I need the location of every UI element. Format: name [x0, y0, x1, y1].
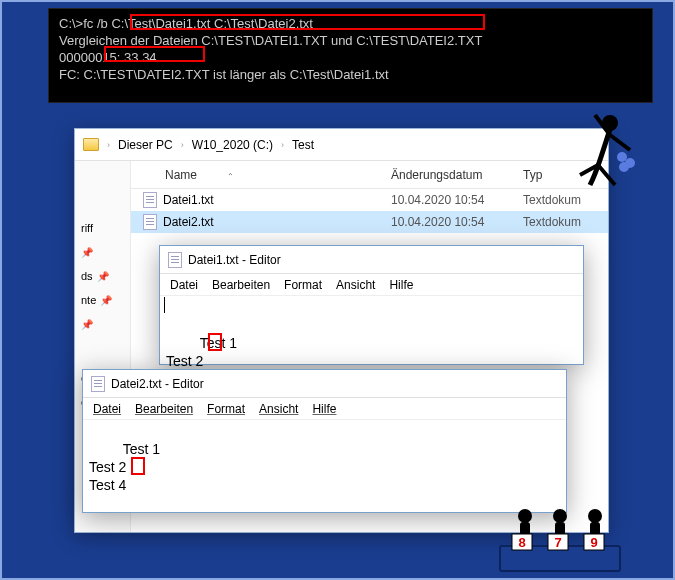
file-name: Datei1.txt	[163, 193, 214, 207]
menubar: Datei Bearbeiten Format Ansicht Hilfe	[160, 274, 583, 296]
highlight-box-char3	[208, 333, 222, 351]
svg-point-7	[553, 509, 567, 523]
file-name: Datei2.txt	[163, 215, 214, 229]
breadcrumb-bar: › Dieser PC › W10_2020 (C:) › Test	[75, 129, 608, 161]
breadcrumb-folder[interactable]: Test	[292, 138, 314, 152]
column-name[interactable]: Name⌃	[131, 168, 391, 182]
pin-icon: 📌	[81, 247, 93, 258]
sidebar-label: nte	[81, 294, 96, 306]
pin-icon: 📌	[100, 295, 112, 306]
score-9: 9	[590, 535, 597, 550]
svg-point-1	[617, 152, 627, 162]
term-output-3: FC: C:\TEST\DATEI2.TXT ist länger als C:…	[59, 66, 642, 83]
svg-point-5	[518, 509, 532, 523]
chevron-right-icon: ›	[107, 140, 110, 150]
svg-point-9	[588, 509, 602, 523]
file-date: 10.04.2020 10:54	[391, 193, 523, 207]
menu-format[interactable]: Format	[207, 402, 245, 416]
highlight-box-char4	[131, 457, 145, 475]
menu-help[interactable]: Hilfe	[389, 278, 413, 292]
menubar: Datei Bearbeiten Format Ansicht Hilfe	[83, 398, 566, 420]
file-row[interactable]: Datei1.txt 10.04.2020 10:54 Textdokum	[131, 189, 608, 211]
window-title: Datei2.txt - Editor	[111, 377, 204, 391]
sidebar-item[interactable]: 📌	[75, 312, 130, 336]
notepad-window-datei2[interactable]: Datei2.txt - Editor Datei Bearbeiten For…	[82, 369, 567, 513]
svg-point-3	[619, 162, 629, 172]
sidebar-item[interactable]: ds📌	[75, 264, 130, 288]
chevron-right-icon: ›	[181, 140, 184, 150]
folder-icon	[83, 138, 99, 151]
menu-format[interactable]: Format	[284, 278, 322, 292]
menu-edit[interactable]: Bearbeiten	[135, 402, 193, 416]
document-icon	[168, 252, 182, 268]
score-7: 7	[554, 535, 561, 550]
titlebar[interactable]: Datei1.txt - Editor	[160, 246, 583, 274]
text-caret	[164, 297, 165, 313]
window-title: Datei1.txt - Editor	[188, 253, 281, 267]
textfile-icon	[143, 192, 157, 208]
titlebar[interactable]: Datei2.txt - Editor	[83, 370, 566, 398]
notepad-window-datei1[interactable]: Datei1.txt - Editor Datei Bearbeiten For…	[159, 245, 584, 365]
column-label: Name	[165, 168, 197, 182]
highlight-box-command	[130, 14, 485, 30]
file-date: 10.04.2020 10:54	[391, 215, 523, 229]
column-date[interactable]: Änderungsdatum	[391, 168, 523, 182]
cmd-window: C:\>fc /b C:\Test\Datei1.txt C:\Test\Dat…	[48, 8, 653, 103]
menu-file[interactable]: Datei	[93, 402, 121, 416]
text-content: Test 1 Test 2 Test 4	[89, 441, 160, 493]
pin-icon: 📌	[81, 319, 93, 330]
sidebar-label: ds	[81, 270, 93, 282]
column-headers: Name⌃ Änderungsdatum Typ	[131, 161, 608, 189]
menu-view[interactable]: Ansicht	[336, 278, 375, 292]
menu-edit[interactable]: Bearbeiten	[212, 278, 270, 292]
document-icon	[91, 376, 105, 392]
highlight-box-diff	[104, 46, 205, 62]
file-row-selected[interactable]: Datei2.txt 10.04.2020 10:54 Textdokum	[131, 211, 608, 233]
pin-icon: 📌	[97, 271, 109, 282]
chevron-right-icon: ›	[281, 140, 284, 150]
sort-ascending-icon: ⌃	[227, 172, 234, 181]
prompt: C:\>	[59, 16, 83, 31]
score-8: 8	[518, 535, 525, 550]
sidebar-item[interactable]: 📌	[75, 240, 130, 264]
sidebar-label: riff	[81, 222, 93, 234]
menu-view[interactable]: Ansicht	[259, 402, 298, 416]
decorative-figure-climber	[560, 105, 640, 235]
breadcrumb-pc[interactable]: Dieser PC	[118, 138, 173, 152]
textfile-icon	[143, 214, 157, 230]
breadcrumb-drive[interactable]: W10_2020 (C:)	[192, 138, 273, 152]
sidebar-item[interactable]: riff	[75, 216, 130, 240]
menu-help[interactable]: Hilfe	[312, 402, 336, 416]
menu-file[interactable]: Datei	[170, 278, 198, 292]
decorative-figure-judges: 8 7 9	[490, 496, 630, 576]
sidebar-item[interactable]: nte📌	[75, 288, 130, 312]
